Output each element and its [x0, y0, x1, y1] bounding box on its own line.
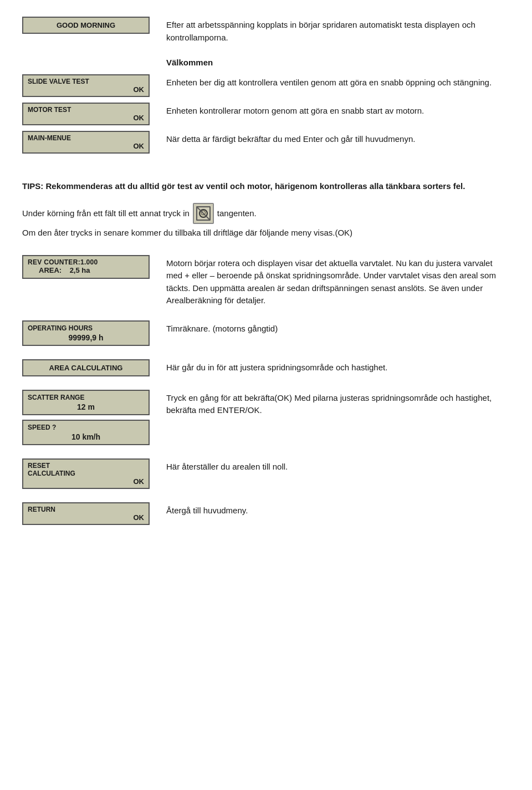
section-main: REV COUNTER:1.000 AREA: 2,5 ha Motorn bö… [22, 255, 510, 531]
return-description: Återgå till huvudmeny. [166, 502, 510, 517]
intro-text-4: När detta är färdigt bekräftar du med En… [166, 131, 510, 146]
box-motor-test-label: MOTOR TEST [28, 106, 71, 114]
box-main-menue: MAIN-MENUE OK [22, 131, 150, 154]
section-top: GOOD MORNING Efter att arbetsspänning ko… [22, 17, 510, 159]
running-post: tangenten. [217, 207, 257, 220]
box-slide-valve-label: SLIDE VALVE TEST [28, 78, 89, 85]
ok-tangent-icon: ◯ [193, 203, 214, 224]
left-box-slide-valve: SLIDE VALVE TEST OK [22, 74, 166, 97]
intro-text-3: Enheten kontrollerar motorn genom att gö… [166, 103, 510, 118]
left-box-good-morning: GOOD MORNING [22, 17, 166, 34]
left-box-operating: OPERATING HOURS 99999,9 h [22, 320, 166, 346]
box-scatter-range: SCATTER RANGE 12 m [22, 390, 150, 415]
rev-counter-description: Motorn börjar rotera och displayen visar… [166, 255, 510, 307]
box-motor-test-ok: OK [28, 114, 144, 122]
box-rev-counter: REV COUNTER:1.000 AREA: 2,5 ha [22, 255, 150, 279]
intro-text-2: Enheten ber dig att kontrollera ventilen… [166, 74, 510, 89]
return-ok: OK [28, 513, 144, 522]
rev-area-label: AREA: [39, 266, 62, 274]
reset-title-row: RESET CALCULATING [28, 462, 144, 477]
scatter-range-value: 12 m [28, 401, 144, 411]
row-motor-test: MOTOR TEST OK Enheten kontrollerar motor… [22, 103, 510, 125]
box-slide-valve-ok: OK [28, 85, 144, 94]
intro-text-1: Efter att arbetsspänning kopplats in bör… [166, 17, 510, 69]
box-main-menue-ok: OK [28, 142, 144, 150]
box-reset-calculating: RESET CALCULATING OK [22, 458, 150, 489]
left-box-area-calc: AREA CALCULATING [22, 359, 166, 376]
scatter-range-description: Tryck en gång för att bekräfta(OK) Med p… [166, 390, 510, 417]
operating-hours-description: Timräknare. (motorns gångtid) [166, 320, 510, 335]
left-box-motor-test: MOTOR TEST OK [22, 103, 166, 125]
rev-counter-title: REV COUNTER:1.000 [28, 258, 144, 266]
row-good-morning: GOOD MORNING Efter att arbetsspänning ko… [22, 17, 510, 69]
left-box-reset: RESET CALCULATING OK [22, 458, 166, 489]
tips-text: TIPS: Rekommenderas att du alltid gör te… [22, 180, 510, 193]
row-scatter-speed: SCATTER RANGE 12 m SPEED ? 10 km/h Tryck… [22, 390, 510, 445]
reset-title: RESET CALCULATING [28, 462, 75, 477]
rev-counter-value: AREA: 2,5 ha [28, 266, 144, 274]
left-box-scatter-speed: SCATTER RANGE 12 m SPEED ? 10 km/h [22, 390, 166, 445]
row-reset-calculating: RESET CALCULATING OK Här återställer du … [22, 458, 510, 489]
running-line2: Om den åter trycks in senare kommer du t… [22, 226, 510, 239]
left-box-return: RETURN OK [22, 502, 166, 525]
row-slide-valve: SLIDE VALVE TEST OK Enheten ber dig att … [22, 74, 510, 97]
operating-hours-title: OPERATING HOURS [28, 324, 144, 332]
box-motor-test: MOTOR TEST OK [22, 103, 150, 125]
speed-label: SPEED ? [28, 424, 144, 431]
running-pre: Under körning från ett fält till ett ann… [22, 207, 190, 220]
row-main-menue: MAIN-MENUE OK När detta är färdigt bekrä… [22, 131, 510, 154]
return-label: RETURN [28, 506, 55, 513]
left-box-main-menue: MAIN-MENUE OK [22, 131, 166, 154]
box-speed: SPEED ? 10 km/h [22, 420, 150, 445]
box-operating-hours: OPERATING HOURS 99999,9 h [22, 320, 150, 346]
box-main-menue-label: MAIN-MENUE [28, 134, 71, 142]
row-area-calculating: AREA CALCULATING Här går du in för att j… [22, 359, 510, 376]
area-calculating-description: Här går du in för att justera spridnings… [166, 359, 510, 374]
running-line1: Under körning från ett fält till ett ann… [22, 203, 510, 224]
speed-value: 10 km/h [28, 431, 144, 441]
tips-block: TIPS: Rekommenderas att du alltid gör te… [22, 180, 510, 193]
page-content: GOOD MORNING Efter att arbetsspänning ko… [22, 17, 510, 531]
area-calculating-label: AREA CALCULATING [49, 364, 123, 372]
box-return: RETURN OK [22, 502, 150, 525]
box-slide-valve: SLIDE VALVE TEST OK [22, 74, 150, 97]
box-area-calculating: AREA CALCULATING [22, 359, 150, 376]
reset-calculating-description: Här återställer du arealen till noll. [166, 458, 510, 473]
reset-ok: OK [28, 477, 144, 486]
operating-hours-value: 99999,9 h [28, 332, 144, 342]
rev-area-value: 2,5 ha [70, 266, 90, 274]
scatter-range-title: SCATTER RANGE [28, 394, 144, 401]
row-operating-hours: OPERATING HOURS 99999,9 h Timräknare. (m… [22, 320, 510, 346]
row-return: RETURN OK Återgå till huvudmeny. [22, 502, 510, 525]
box-good-morning: GOOD MORNING [22, 17, 150, 34]
left-box-rev: REV COUNTER:1.000 AREA: 2,5 ha [22, 255, 166, 279]
box-good-morning-label: GOOD MORNING [57, 21, 115, 29]
running-block: Under körning från ett fält till ett ann… [22, 203, 510, 239]
return-title-row: RETURN [28, 506, 144, 513]
row-rev-counter: REV COUNTER:1.000 AREA: 2,5 ha Motorn bö… [22, 255, 510, 307]
